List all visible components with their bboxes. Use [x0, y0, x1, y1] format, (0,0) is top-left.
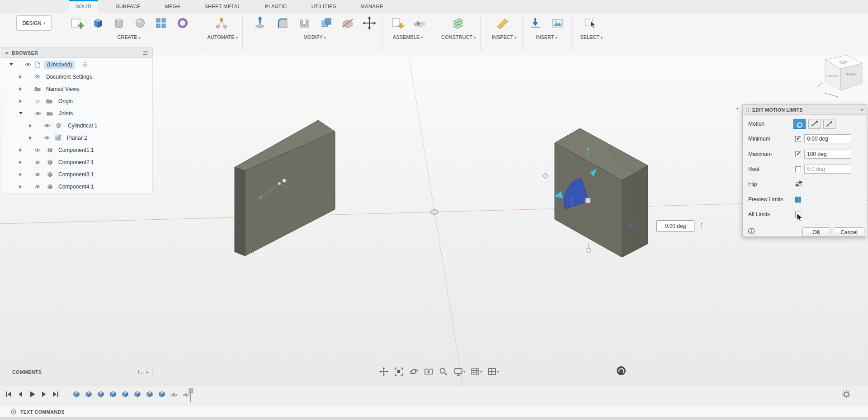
split-body-button[interactable] [340, 15, 356, 31]
mini-toolbar-menu-icon[interactable]: ⋮ [698, 222, 705, 230]
press-pull-button[interactable] [252, 15, 268, 31]
modify-group-menu[interactable]: MODIFY ▾ [283, 34, 346, 40]
design-menu-button[interactable]: DESIGN ▾ [16, 15, 52, 31]
ok-button[interactable]: OK [802, 227, 830, 237]
text-commands-bar[interactable]: TEXT COMMANDS [0, 406, 868, 417]
timeline-joint-feature[interactable] [170, 391, 178, 398]
origin-handle[interactable] [430, 210, 439, 215]
timeline-component-feature[interactable] [109, 391, 117, 398]
preview-limits-checkbox[interactable] [795, 197, 801, 203]
tab-plastic[interactable]: PLASTIC [258, 0, 294, 13]
automate-group-menu[interactable]: AUTOMATE ▾ [191, 34, 254, 40]
info-icon[interactable] [748, 227, 755, 235]
eye-icon[interactable] [34, 172, 41, 177]
create-coil-button[interactable] [175, 15, 191, 31]
activate-radio-icon[interactable] [82, 62, 88, 67]
look-at-button[interactable] [424, 367, 434, 377]
maximum-checkbox[interactable] [795, 151, 801, 157]
tree-row-component2[interactable]: Component2:1 [1, 156, 152, 168]
combine-button[interactable] [318, 15, 335, 31]
tree-row-component1[interactable]: Component1:1 [1, 144, 152, 156]
step-forward-button[interactable] [40, 390, 47, 397]
timeline-component-feature[interactable] [85, 391, 92, 398]
tree-row-planar-joint[interactable]: Planar 2 [1, 132, 152, 144]
construct-plane-button[interactable] [450, 15, 466, 31]
eye-icon[interactable] [25, 62, 31, 67]
motion-type-both-button[interactable] [823, 119, 835, 129]
disclosure-collapsed-icon[interactable] [19, 160, 22, 164]
comment-bubble-icon[interactable] [138, 369, 144, 375]
maximum-value-field[interactable] [804, 150, 851, 159]
tree-row-component3[interactable]: Component3:1 [1, 168, 152, 180]
select-tool-button[interactable] [581, 15, 598, 31]
flip-button[interactable] [794, 180, 803, 187]
joint-button[interactable] [411, 15, 427, 31]
timeline-component-feature[interactable] [73, 391, 80, 398]
measure-button[interactable] [495, 15, 511, 31]
play-button[interactable] [28, 390, 35, 397]
cancel-button[interactable]: Cancel [834, 227, 864, 237]
eye-icon[interactable] [44, 123, 50, 128]
motion-type-slide-button[interactable] [808, 119, 821, 129]
tree-row-named-views[interactable]: Named Views [1, 83, 152, 95]
timeline-component-feature[interactable] [158, 391, 165, 398]
timeline-component-feature[interactable] [146, 391, 153, 398]
zoom-button[interactable] [439, 367, 448, 377]
tree-row-document-settings[interactable]: Document Settings [1, 71, 152, 83]
fit-view-button[interactable] [394, 367, 404, 377]
tab-sheet-metal[interactable]: SHEET METAL [198, 0, 247, 13]
create-cylinder-button[interactable] [111, 15, 127, 31]
shell-button[interactable] [296, 15, 312, 31]
timeline-settings-gear-icon[interactable] [842, 390, 851, 399]
tab-solid[interactable]: SOLID [69, 0, 98, 13]
create-sketch-button[interactable] [69, 15, 85, 31]
viewcube-icon[interactable]: TOP FRONT RIGHT [811, 53, 866, 99]
new-component-button[interactable] [389, 15, 405, 31]
create-sphere-button[interactable] [132, 15, 148, 31]
disclosure-collapsed-icon[interactable] [29, 136, 32, 140]
tab-manage[interactable]: MANAGE [354, 0, 390, 13]
timeline-component-feature[interactable] [122, 391, 129, 398]
fillet-button[interactable] [274, 15, 291, 31]
disclosure-collapsed-icon[interactable] [19, 99, 22, 103]
move-copy-button[interactable] [361, 15, 377, 31]
tab-surface[interactable]: SURFACE [109, 0, 147, 13]
viewcube[interactable]: TOP FRONT RIGHT [811, 53, 866, 99]
viewports-button[interactable]: ▾ [487, 367, 499, 377]
minimum-checkbox[interactable] [795, 136, 801, 142]
eye-icon[interactable] [35, 111, 41, 116]
tree-row-origin[interactable]: Origin [1, 95, 152, 107]
collapse-panel-icon[interactable]: ◂◂ [5, 51, 7, 55]
tree-row-joints[interactable]: Joints [1, 107, 152, 119]
display-settings-button[interactable]: ▾ [453, 367, 465, 377]
expand-panel-icon[interactable]: ▸ [146, 370, 149, 374]
automate-button[interactable] [213, 15, 230, 31]
rest-value-field[interactable] [804, 165, 851, 174]
eye-icon[interactable] [34, 148, 41, 152]
tree-row-root[interactable]: (Unsaved) [1, 58, 152, 71]
job-status-icon[interactable] [616, 366, 626, 378]
orbit-button[interactable] [409, 367, 419, 377]
disclosure-expanded-icon[interactable] [9, 63, 13, 66]
dialog-header[interactable]: EDIT MOTION LIMITS ▸▸ [743, 105, 867, 115]
tree-row-component4[interactable]: Component4:1 [1, 180, 152, 193]
minimum-value-field[interactable] [804, 134, 851, 143]
go-to-start-button[interactable] [5, 390, 12, 397]
step-back-button[interactable] [16, 390, 24, 397]
disclosure-expanded-icon[interactable] [19, 112, 23, 114]
tab-mesh[interactable]: MESH [158, 0, 187, 13]
eye-icon[interactable] [34, 184, 41, 189]
root-document-label[interactable]: (Unsaved) [44, 61, 75, 69]
motion-type-rotate-button[interactable] [793, 119, 806, 129]
timeline-position-marker[interactable] [188, 388, 193, 403]
create-group-menu[interactable]: CREATE ▾ [97, 34, 160, 40]
disclosure-collapsed-icon[interactable] [19, 87, 22, 91]
timeline-component-feature[interactable] [134, 391, 141, 398]
pan-button[interactable] [379, 367, 389, 377]
comments-panel-header[interactable]: COMMENTS ▸ [1, 367, 153, 377]
eye-icon[interactable] [34, 160, 41, 165]
disclosure-collapsed-icon[interactable] [19, 148, 22, 152]
disclosure-collapsed-icon[interactable] [19, 75, 22, 79]
create-box-button[interactable] [90, 15, 106, 31]
eye-icon[interactable] [44, 136, 50, 140]
